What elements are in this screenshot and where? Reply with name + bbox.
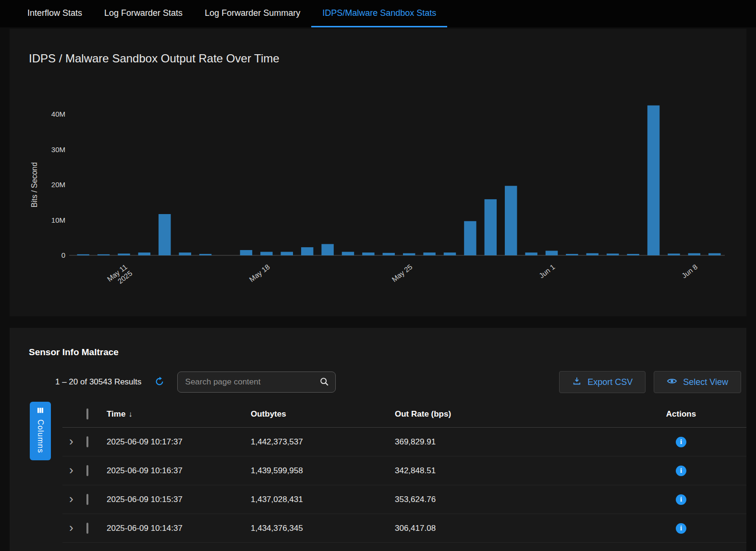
svg-text:Jun 8: Jun 8 — [680, 263, 699, 280]
select-view-label: Select View — [683, 377, 728, 387]
time-header-label: Time — [107, 409, 125, 419]
sort-descending-icon: ↓ — [128, 410, 132, 418]
search-button[interactable] — [319, 376, 329, 388]
expand-chevron-icon[interactable]: › — [62, 494, 73, 505]
export-csv-button[interactable]: Export CSV — [559, 371, 646, 393]
tab-interflow-stats[interactable]: Interflow Stats — [16, 0, 93, 27]
tab-log-forwarder-stats[interactable]: Log Forwarder Stats — [93, 0, 194, 27]
search-icon — [319, 376, 329, 388]
svg-text:10M: 10M — [51, 216, 65, 224]
column-header-out-rate[interactable]: Out Rate (bps) — [395, 409, 616, 419]
sensor-data-table: Time↓ Outbytes Out Rate (bps) Actions › … — [62, 401, 746, 543]
outbytes-cell: 1,442,373,537 — [251, 437, 395, 447]
table-row: › 2025-06-09 10:17:37 1,442,373,537 369,… — [62, 428, 746, 456]
output-rate-chart: Bits / Second010M20M30M40MMay 112025May … — [23, 97, 733, 313]
table-row: › 2025-06-09 10:15:37 1,437,028,431 353,… — [62, 485, 746, 514]
tab-log-forwarder-summary[interactable]: Log Forwarder Summary — [194, 0, 311, 27]
out-rate-cell: 306,417.08 — [395, 524, 616, 533]
svg-text:May 112025: May 112025 — [106, 263, 134, 289]
columns-grid-icon — [37, 407, 44, 416]
svg-text:20M: 20M — [51, 180, 65, 189]
info-icon[interactable]: i — [676, 437, 686, 447]
time-cell: 2025-06-09 10:15:37 — [107, 495, 251, 504]
svg-text:30M: 30M — [51, 145, 65, 154]
info-icon[interactable]: i — [676, 523, 686, 534]
columns-button-label: Columns — [36, 419, 45, 453]
select-view-button[interactable]: Select View — [654, 371, 741, 393]
time-cell: 2025-06-09 10:16:37 — [107, 466, 251, 476]
expand-chevron-icon[interactable]: › — [62, 523, 73, 534]
table-row: › 2025-06-09 10:14:37 1,434,376,345 306,… — [62, 514, 746, 543]
outbytes-cell: 1,434,376,345 — [251, 524, 395, 533]
column-header-outbytes[interactable]: Outbytes — [251, 409, 395, 419]
outbytes-cell: 1,439,599,958 — [251, 466, 395, 476]
chart-title: IDPS / Malware Sandbox Output Rate Over … — [10, 29, 746, 65]
out-rate-cell: 369,829.91 — [395, 437, 616, 447]
svg-text:May 18: May 18 — [247, 263, 271, 284]
export-csv-label: Export CSV — [587, 377, 633, 387]
outbytes-cell: 1,437,028,431 — [251, 495, 395, 504]
expand-chevron-icon[interactable]: › — [62, 465, 73, 477]
out-rate-cell: 353,624.76 — [395, 495, 616, 504]
download-icon — [572, 376, 582, 388]
svg-text:Jun 1: Jun 1 — [537, 263, 556, 280]
column-header-actions: Actions — [616, 409, 746, 419]
eye-icon — [667, 376, 677, 389]
row-checkbox[interactable] — [86, 436, 88, 447]
column-header-time[interactable]: Time↓ — [107, 409, 251, 419]
info-icon[interactable]: i — [676, 494, 686, 505]
tab-idps-malware-sandbox-stats[interactable]: IDPS/Malware Sandbox Stats — [311, 0, 447, 27]
columns-button[interactable]: Columns — [30, 402, 51, 460]
refresh-icon — [154, 376, 165, 388]
info-icon[interactable]: i — [676, 466, 686, 476]
row-checkbox[interactable] — [86, 494, 88, 505]
results-count: 1 – 20 of 30543 Results — [55, 377, 142, 387]
table-controls: 1 – 20 of 30543 Results — [55, 371, 741, 393]
search-input-wrapper — [177, 371, 336, 393]
top-tab-bar: Interflow Stats Log Forwarder Stats Log … — [0, 0, 756, 27]
time-cell: 2025-06-09 10:17:37 — [107, 437, 251, 447]
svg-text:40M: 40M — [51, 110, 65, 118]
table-header-row: Time↓ Outbytes Out Rate (bps) Actions — [62, 401, 746, 428]
table-row: › 2025-06-09 10:16:37 1,439,599,958 342,… — [62, 456, 746, 485]
search-input[interactable] — [185, 377, 319, 387]
svg-text:May 25: May 25 — [390, 263, 414, 284]
svg-text:Bits / Second: Bits / Second — [30, 162, 38, 207]
svg-text:0: 0 — [61, 251, 65, 259]
time-cell: 2025-06-09 10:14:37 — [107, 524, 251, 533]
section-heading: Sensor Info Maltrace — [10, 328, 746, 358]
row-checkbox[interactable] — [86, 465, 88, 476]
row-checkbox[interactable] — [86, 523, 88, 534]
refresh-button[interactable] — [154, 376, 165, 388]
out-rate-cell: 342,848.51 — [395, 466, 616, 476]
chart-panel: IDPS / Malware Sandbox Output Rate Over … — [10, 29, 746, 316]
select-all-checkbox[interactable] — [86, 408, 88, 419]
expand-chevron-icon[interactable]: › — [62, 436, 73, 448]
sensor-info-panel: Sensor Info Maltrace 1 – 20 of 30543 Res… — [10, 328, 746, 551]
